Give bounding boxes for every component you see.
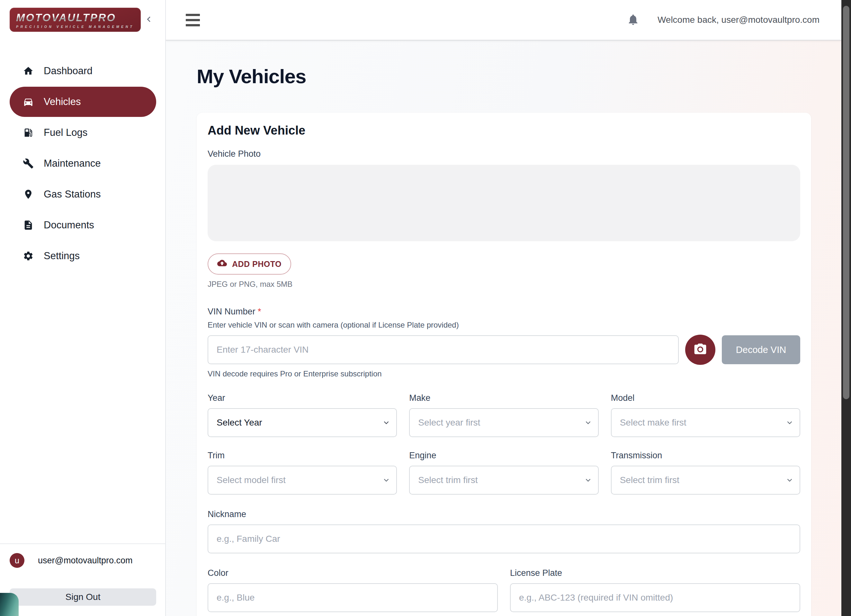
page-scrollbar[interactable] [841, 0, 851, 616]
required-asterisk: * [258, 307, 261, 316]
corner-photo-fragment [0, 593, 19, 616]
home-icon [23, 65, 34, 77]
sidebar-item-label: Dashboard [44, 65, 93, 77]
license-plate-field: License Plate [510, 568, 800, 612]
add-photo-label: ADD PHOTO [232, 259, 281, 269]
sidebar-item-vehicles[interactable]: Vehicles [10, 87, 156, 117]
bell-icon [627, 13, 639, 27]
sidebar-item-label: Maintenance [44, 158, 101, 169]
sidebar-nav: Dashboard Vehicles Fuel Logs Maintenance… [0, 55, 166, 272]
sidebar-item-label: Fuel Logs [44, 127, 87, 138]
chevron-down-icon [584, 476, 592, 484]
sidebar: MOTOVAULTPRO PRECISION VEHICLE MANAGEMEN… [0, 0, 166, 616]
license-plate-label: License Plate [510, 568, 800, 578]
year-select[interactable]: Select Year [207, 408, 397, 437]
sidebar-item-maintenance[interactable]: Maintenance [10, 148, 156, 178]
vin-number-label: VIN Number * [207, 307, 800, 317]
engine-field: Engine Select trim first [409, 451, 598, 495]
vehicle-photo-label: Vehicle Photo [207, 149, 800, 159]
scrollbar-thumb[interactable] [843, 6, 849, 399]
engine-label: Engine [409, 451, 598, 460]
chevron-down-icon [382, 476, 391, 484]
photo-hint: JPEG or PNG, max 5MB [207, 280, 800, 289]
card-title: Add New Vehicle [207, 124, 800, 138]
make-field: Make Select year first [409, 393, 598, 437]
model-field: Model Select make first [611, 393, 800, 437]
fuel-pump-icon [23, 127, 34, 138]
notifications-button[interactable] [627, 13, 639, 27]
sidebar-item-label: Vehicles [44, 96, 81, 108]
location-pin-icon [23, 189, 34, 200]
sidebar-item-label: Gas Stations [44, 189, 101, 200]
sidebar-item-documents[interactable]: Documents [10, 210, 156, 240]
transmission-select[interactable]: Select trim first [611, 466, 800, 495]
vin-helper-text: Enter vehicle VIN or scan with camera (o… [207, 321, 800, 330]
sidebar-item-label: Settings [44, 250, 80, 262]
transmission-field: Transmission Select trim first [611, 451, 800, 495]
hamburger-menu-icon[interactable] [184, 12, 202, 28]
avatar: u [10, 553, 24, 568]
trim-select[interactable]: Select model first [207, 466, 397, 495]
nickname-label: Nickname [207, 510, 800, 519]
make-select[interactable]: Select year first [409, 408, 598, 437]
nickname-input[interactable] [207, 525, 800, 553]
chevron-down-icon [382, 418, 391, 427]
vin-subscription-note: VIN decode requires Pro or Enterprise su… [207, 369, 800, 378]
sidebar-item-label: Documents [44, 219, 94, 231]
chevron-down-icon [584, 418, 592, 427]
page-title: My Vehicles [197, 65, 841, 88]
model-label: Model [611, 393, 800, 403]
camera-icon [693, 342, 707, 357]
sidebar-item-settings[interactable]: Settings [10, 241, 156, 271]
sidebar-item-dashboard[interactable]: Dashboard [10, 56, 156, 86]
model-select[interactable]: Select make first [611, 408, 800, 437]
sign-out-button[interactable]: Sign Out [10, 588, 156, 606]
add-vehicle-card: Add New Vehicle Vehicle Photo ADD PHOTO … [197, 113, 811, 616]
chevron-down-icon [785, 476, 794, 484]
welcome-message: Welcome back, user@motovaultpro.com [657, 15, 819, 25]
color-label: Color [207, 568, 498, 578]
add-photo-button[interactable]: ADD PHOTO [207, 253, 291, 274]
brand-name: MOTOVAULTPRO [16, 12, 134, 24]
license-plate-input[interactable] [510, 583, 800, 612]
vehicle-photo-preview [207, 165, 800, 241]
wrench-icon [23, 158, 34, 169]
sidebar-user-section: u user@motovaultpro.com Sign Out [0, 543, 165, 616]
transmission-label: Transmission [611, 451, 800, 460]
engine-select[interactable]: Select trim first [409, 466, 598, 495]
color-input[interactable] [207, 583, 498, 612]
chevron-left-icon [143, 14, 154, 26]
chevron-down-icon [785, 418, 794, 427]
year-field: Year Select Year [207, 393, 397, 437]
main-content: My Vehicles Add New Vehicle Vehicle Phot… [166, 40, 841, 616]
vin-input[interactable] [207, 335, 679, 364]
car-icon [23, 96, 34, 108]
brand-tagline: PRECISION VEHICLE MANAGEMENT [16, 25, 134, 28]
color-field: Color [207, 568, 498, 612]
make-label: Make [409, 393, 598, 403]
sidebar-collapse-button[interactable] [141, 12, 156, 27]
sidebar-item-fuel-logs[interactable]: Fuel Logs [10, 118, 156, 148]
trim-field: Trim Select model first [207, 451, 397, 495]
document-icon [23, 219, 34, 231]
year-label: Year [207, 393, 397, 403]
decode-vin-button[interactable]: Decode VIN [722, 335, 800, 364]
top-header: Welcome back, user@motovaultpro.com [166, 0, 841, 40]
trim-label: Trim [207, 451, 397, 460]
gear-icon [23, 250, 34, 262]
scan-vin-camera-button[interactable] [685, 335, 716, 365]
sidebar-item-gas-stations[interactable]: Gas Stations [10, 179, 156, 210]
user-email: user@motovaultpro.com [38, 556, 133, 566]
cloud-upload-icon [217, 258, 227, 270]
brand-logo: MOTOVAULTPRO PRECISION VEHICLE MANAGEMEN… [10, 8, 141, 32]
nickname-field: Nickname [207, 510, 800, 553]
